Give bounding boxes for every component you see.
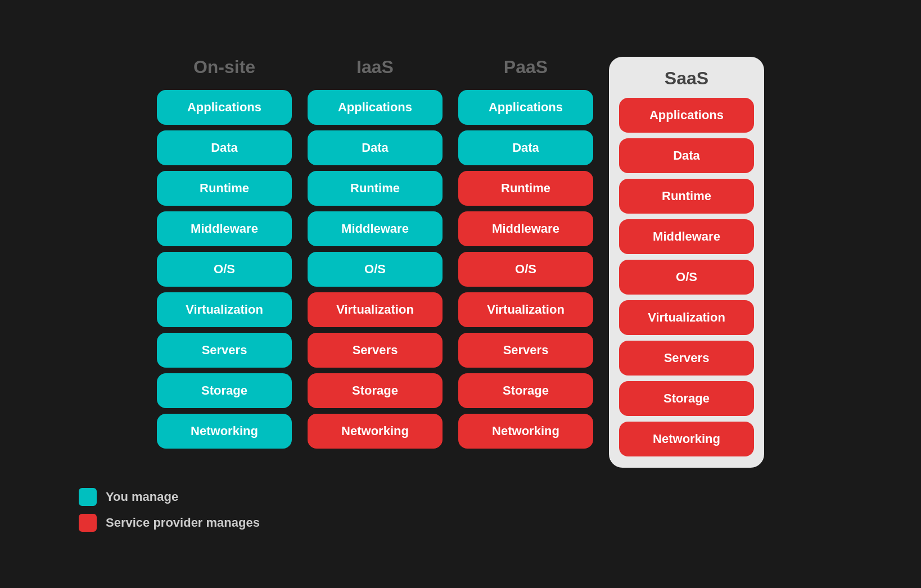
chip-paas-networking: Networking: [458, 414, 593, 449]
column-header-iaas: IaaS: [356, 57, 394, 78]
chip-iaas-applications: Applications: [308, 90, 443, 125]
column-saas: SaaSApplicationsDataRuntimeMiddlewareO/S…: [609, 57, 764, 468]
chip-paas-virtualization: Virtualization: [458, 292, 593, 327]
chip-iaas-middleware: Middleware: [308, 211, 443, 246]
legend-text-teal: You manage: [106, 490, 178, 504]
chip-saas-middleware: Middleware: [619, 219, 754, 254]
chip-iaas-networking: Networking: [308, 414, 443, 449]
chip-saas-networking: Networking: [619, 422, 754, 456]
chip-saas-virtualization: Virtualization: [619, 300, 754, 335]
chip-iaas-storage: Storage: [308, 373, 443, 408]
chip-onsite-storage: Storage: [157, 373, 292, 408]
legend-dot-red: [79, 514, 97, 532]
column-paas: PaaSApplicationsDataRuntimeMiddlewareO/S…: [458, 57, 593, 449]
chip-paas-applications: Applications: [458, 90, 593, 125]
diagram: On-siteApplicationsDataRuntimeMiddleware…: [34, 57, 887, 532]
column-items-paas: ApplicationsDataRuntimeMiddlewareO/SVirt…: [458, 90, 593, 449]
chip-onsite-data: Data: [157, 130, 292, 165]
chip-saas-storage: Storage: [619, 381, 754, 416]
chip-iaas-data: Data: [308, 130, 443, 165]
chip-onsite-applications: Applications: [157, 90, 292, 125]
main-container: On-siteApplicationsDataRuntimeMiddleware…: [0, 0, 921, 588]
column-iaas: IaaSApplicationsDataRuntimeMiddlewareO/S…: [308, 57, 443, 449]
chip-saas-servers: Servers: [619, 341, 754, 376]
column-onsite: On-siteApplicationsDataRuntimeMiddleware…: [157, 57, 292, 449]
chip-paas-data: Data: [458, 130, 593, 165]
legend: You manageService provider manages: [79, 488, 260, 532]
chip-paas-storage: Storage: [458, 373, 593, 408]
column-header-paas: PaaS: [504, 57, 548, 78]
legend-item-teal: You manage: [79, 488, 260, 506]
column-header-saas: SaaS: [665, 68, 708, 89]
chip-paas-middleware: Middleware: [458, 211, 593, 246]
legend-text-red: Service provider manages: [106, 515, 260, 530]
chip-saas-runtime: Runtime: [619, 179, 754, 214]
legend-dot-teal: [79, 488, 97, 506]
column-items-saas: ApplicationsDataRuntimeMiddlewareO/SVirt…: [619, 98, 754, 456]
chip-saas-data: Data: [619, 138, 754, 173]
chip-onsite-servers: Servers: [157, 333, 292, 368]
chip-paas-servers: Servers: [458, 333, 593, 368]
chip-onsite-middleware: Middleware: [157, 211, 292, 246]
chip-onsite-o-s: O/S: [157, 252, 292, 287]
chip-paas-runtime: Runtime: [458, 171, 593, 206]
chip-paas-o-s: O/S: [458, 252, 593, 287]
chip-onsite-virtualization: Virtualization: [157, 292, 292, 327]
column-header-onsite: On-site: [193, 57, 255, 78]
chip-onsite-networking: Networking: [157, 414, 292, 449]
columns-wrapper: On-siteApplicationsDataRuntimeMiddleware…: [157, 57, 764, 468]
chip-onsite-runtime: Runtime: [157, 171, 292, 206]
chip-iaas-virtualization: Virtualization: [308, 292, 443, 327]
chip-iaas-runtime: Runtime: [308, 171, 443, 206]
chip-iaas-o-s: O/S: [308, 252, 443, 287]
column-items-iaas: ApplicationsDataRuntimeMiddlewareO/SVirt…: [308, 90, 443, 449]
chip-saas-o-s: O/S: [619, 260, 754, 295]
legend-item-red: Service provider manages: [79, 514, 260, 532]
chip-iaas-servers: Servers: [308, 333, 443, 368]
column-items-onsite: ApplicationsDataRuntimeMiddlewareO/SVirt…: [157, 90, 292, 449]
chip-saas-applications: Applications: [619, 98, 754, 133]
